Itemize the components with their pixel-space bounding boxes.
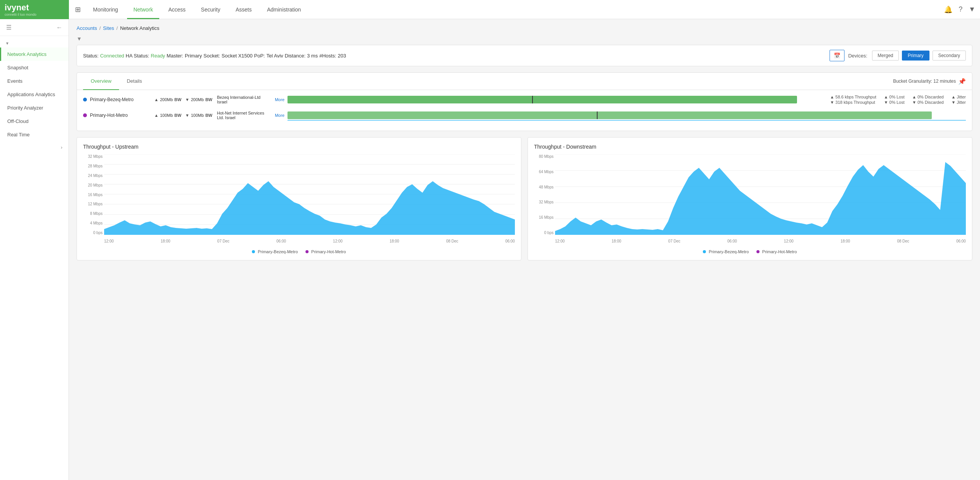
logo-sub: connetti il tuo mondo	[5, 13, 36, 16]
sidebar-item-off-cloud[interactable]: Off-Cloud	[0, 115, 69, 128]
pop-value: Tel Aviv	[266, 53, 283, 59]
sidebar-item-label: Real Time	[7, 132, 30, 138]
x-label-6: 08 Dec	[446, 239, 458, 243]
y-label-3: 20 Mbps	[83, 183, 104, 187]
hot-more-link[interactable]: More	[275, 113, 284, 118]
collapse-arrow[interactable]: ▼	[77, 36, 972, 42]
sidebar-item-events[interactable]: Events	[0, 74, 69, 88]
sidebar-item-label: Applications Analytics	[7, 92, 55, 97]
x-label-5: 18:00	[390, 239, 399, 243]
status-info: Status: Connected HA Status: Ready Maste…	[83, 53, 346, 59]
sidebar-item-network-analytics[interactable]: Network Analytics	[0, 48, 69, 61]
devices-label: Devices:	[848, 53, 867, 59]
bw-label-up: BW	[175, 97, 181, 102]
sidebar-item-applications-analytics[interactable]: Applications Analytics	[0, 88, 69, 101]
y-label-8: 0 bps	[83, 231, 104, 235]
nav-security[interactable]: Security	[195, 0, 227, 19]
hot-bw-down: 100Mb	[191, 113, 204, 118]
primary-button[interactable]: Primary	[902, 51, 929, 61]
bw-label-down: BW	[205, 97, 212, 102]
bezeq-bar	[287, 96, 797, 103]
dx-label-6: 08 Dec	[897, 239, 909, 243]
bw-label-down2: BW	[205, 113, 212, 118]
nav-assets[interactable]: Assets	[229, 0, 258, 19]
sidebar-expand-icon[interactable]: ›	[61, 144, 62, 150]
account-dropdown-icon[interactable]: ▼	[969, 5, 975, 13]
nav-network[interactable]: Network	[127, 0, 159, 19]
sidebar-collapse-icon[interactable]: ▾	[0, 39, 69, 48]
bucket-granularity-text: Bucket Granularity: 12 minutes	[893, 79, 956, 84]
grid-icon[interactable]: ⊞	[75, 5, 81, 14]
y-label-6: 8 Mbps	[83, 211, 104, 216]
bw-down-arrow: ▼	[185, 97, 189, 102]
hosts-label: #Hosts:	[319, 53, 336, 59]
pin-icon[interactable]: 📌	[958, 78, 966, 85]
calendar-button[interactable]: 📅	[830, 50, 844, 61]
tab-overview[interactable]: Overview	[83, 73, 119, 90]
upstream-chart-area: 32 Mbps 28 Mbps 24 Mbps 20 Mbps 16 Mbps …	[83, 154, 515, 246]
charts-row: Throughput - Upstream 32 Mbps 28 Mbps 24…	[77, 137, 972, 260]
legend-hot-dot	[305, 250, 309, 253]
dlegend-bezeq-dot	[703, 250, 706, 253]
pop-label: PoP:	[254, 53, 265, 59]
dx-label-3: 06:00	[727, 239, 737, 243]
legend-bezeq-label: Primary-Bezeq-Metro	[258, 249, 298, 254]
stat-lost: ▲ 0% Lost ▼ 0% Lost	[884, 95, 905, 105]
dx-label-7: 06:00	[956, 239, 966, 243]
help-icon[interactable]: ?	[959, 5, 962, 13]
bucket-info: Bucket Granularity: 12 minutes 📌	[893, 75, 966, 88]
hot-bar-container	[287, 111, 966, 119]
x-label-0: 12:00	[104, 239, 114, 243]
tab-details[interactable]: Details	[119, 73, 150, 90]
sidebar-item-label: Events	[7, 78, 23, 84]
stat-jitter-down: ▼ Jitter	[951, 100, 966, 105]
dlegend-hot-label: Primary-Hot-Metro	[762, 249, 797, 254]
breadcrumb-accounts[interactable]: Accounts	[77, 25, 97, 31]
sidebar-item-label: Network Analytics	[7, 51, 47, 57]
stat-throughput: ▲ 58.6 kbps Throughput ▼ 318 kbps Throug…	[830, 95, 876, 105]
legend-bezeq: Primary-Bezeq-Metro	[252, 249, 298, 254]
master-label: Master:	[167, 53, 183, 59]
upstream-x-labels: 12:00 18:00 07 Dec 06:00 12:00 18:00 08 …	[104, 236, 515, 246]
nav-administration[interactable]: Administration	[261, 0, 307, 19]
nav-monitoring[interactable]: Monitoring	[87, 0, 124, 19]
sidebar-item-real-time[interactable]: Real Time	[0, 128, 69, 141]
y-label-7: 4 Mbps	[83, 221, 104, 225]
x-label-3: 06:00	[276, 239, 286, 243]
y-label-1: 28 Mbps	[83, 164, 104, 168]
stat-lost-up: ▲ 0% Lost	[884, 95, 905, 99]
bw-label-up2: BW	[175, 113, 181, 118]
y-label-0: 32 Mbps	[83, 154, 104, 159]
dlegend-hot-dot	[756, 250, 760, 253]
dy-label-4: 16 Mbps	[534, 215, 555, 220]
stat-jitter: ▲ Jitter ▼ Jitter	[951, 95, 966, 105]
downstream-plot	[555, 154, 966, 235]
upstream-chart-title: Throughput - Upstream	[83, 144, 515, 150]
sidebar-item-priority-analyzer[interactable]: Priority Analyzer	[0, 101, 69, 115]
nav-access[interactable]: Access	[162, 0, 192, 19]
sidebar-section: ▾ Network Analytics Snapshot Events Appl…	[0, 36, 69, 156]
notification-icon[interactable]: 🔔	[944, 5, 952, 14]
sidebar-toggle-icon[interactable]: ☰	[6, 24, 11, 31]
socket-value: Socket X1500	[222, 53, 253, 59]
upstream-chart-card: Throughput - Upstream 32 Mbps 28 Mbps 24…	[77, 137, 521, 260]
downstream-legend: Primary-Bezeq-Metro Primary-Hot-Metro	[534, 249, 966, 254]
upstream-y-labels: 32 Mbps 28 Mbps 24 Mbps 20 Mbps 16 Mbps …	[83, 154, 104, 235]
upstream-plot	[104, 154, 515, 235]
nav-right-icons: 🔔 ? ▼	[944, 5, 975, 14]
dx-label-5: 18:00	[841, 239, 850, 243]
devices-group: Devices: Merged Primary Secondary	[848, 51, 966, 61]
sidebar-item-snapshot[interactable]: Snapshot	[0, 61, 69, 74]
bezeq-more-link[interactable]: More	[275, 97, 284, 102]
breadcrumb-sites[interactable]: Sites	[103, 25, 114, 31]
sidebar-back-icon[interactable]: ←	[56, 24, 62, 31]
dlegend-bezeq-label: Primary-Bezeq-Metro	[709, 249, 749, 254]
secondary-button[interactable]: Secondary	[933, 51, 966, 61]
dy-label-2: 48 Mbps	[534, 185, 555, 189]
merged-button[interactable]: Merged	[872, 51, 899, 61]
stat-jitter-up: ▲ Jitter	[951, 95, 966, 99]
svg-marker-14	[555, 162, 966, 235]
hosts-value: 203	[338, 53, 346, 59]
sidebar-header: ☰ ←	[0, 19, 69, 36]
legend-hot: Primary-Hot-Metro	[305, 249, 346, 254]
